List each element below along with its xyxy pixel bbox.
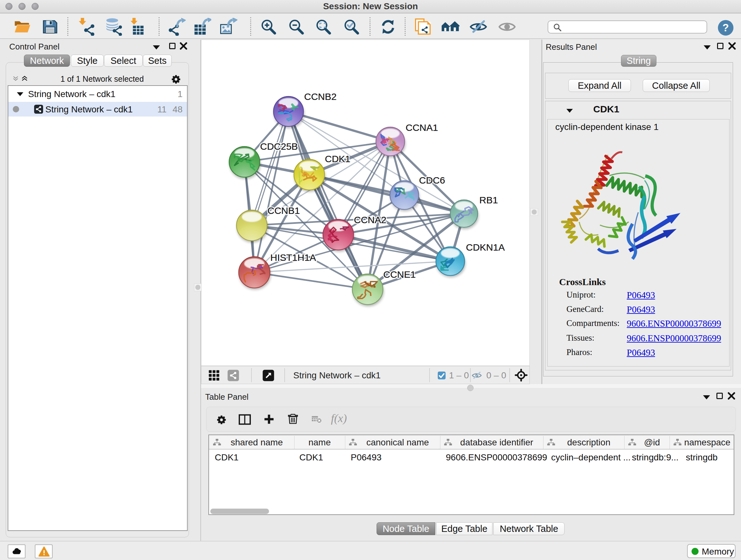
svg-text:?: ? <box>723 22 729 34</box>
svg-text:CDC6: CDC6 <box>419 175 445 186</box>
svg-text:CCNA1: CCNA1 <box>406 122 438 133</box>
svg-text:CDKN1A: CDKN1A <box>466 242 505 253</box>
svg-text:CCNE1: CCNE1 <box>383 269 416 280</box>
svg-text:CDC25B: CDC25B <box>260 141 298 152</box>
svg-text:HIST1H1A: HIST1H1A <box>270 252 316 263</box>
svg-text:CCNA2: CCNA2 <box>354 214 387 225</box>
svg-text:CDK1: CDK1 <box>325 153 350 164</box>
svg-text:CCNB1: CCNB1 <box>267 205 300 216</box>
svg-text:RB1: RB1 <box>479 195 498 205</box>
svg-text:CCNB2: CCNB2 <box>304 91 337 102</box>
